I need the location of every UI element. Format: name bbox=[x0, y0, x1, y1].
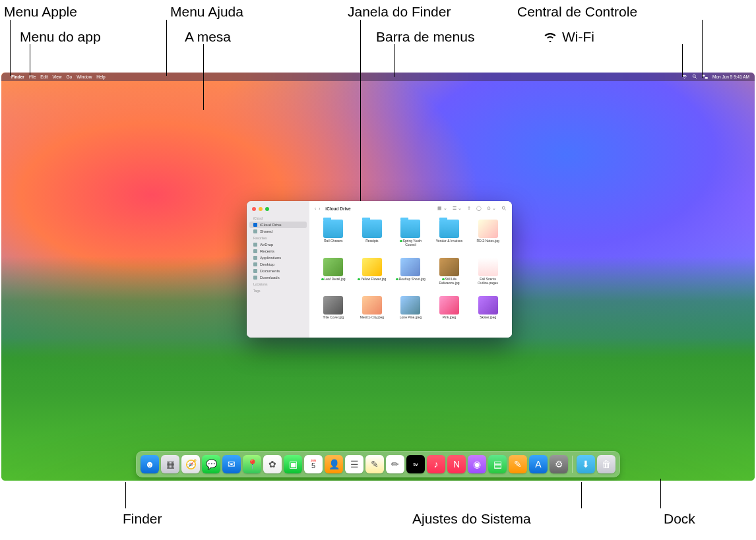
menu-view[interactable]: View bbox=[53, 75, 62, 79]
dock-calendar-icon[interactable]: JUN5 bbox=[304, 455, 323, 473]
sidebar-item-label: Desktop bbox=[260, 262, 274, 266]
menu-edit[interactable]: Edit bbox=[40, 75, 47, 79]
app-menu[interactable]: Finder bbox=[11, 75, 24, 79]
sidebar-item[interactable]: Recents bbox=[247, 248, 309, 255]
callout-wifi: Wi-Fi bbox=[562, 29, 594, 45]
sidebar-item-icon bbox=[253, 229, 257, 233]
zoom-button[interactable] bbox=[265, 207, 269, 211]
finder-main: ‹ › iCloud Drive ▦ ⌄ ☰ ⌄ ⇧ ◯ ⊙ ⌄ Rail Ch… bbox=[309, 201, 512, 338]
folder-icon bbox=[362, 220, 382, 238]
file-thumbnail bbox=[478, 220, 498, 238]
sidebar-item[interactable]: Shared bbox=[247, 228, 309, 235]
sidebar-item-label: Documents bbox=[260, 269, 280, 273]
view-icons-button[interactable]: ▦ ⌄ bbox=[437, 206, 447, 211]
callout-help-menu: Menu Ajuda bbox=[170, 4, 243, 20]
sidebar-item[interactable]: Desktop bbox=[247, 261, 309, 268]
dock-safari-icon[interactable]: 🧭 bbox=[181, 455, 200, 473]
file-item[interactable]: Fall Scents Outline.pages bbox=[470, 258, 505, 293]
dock-contacts-icon[interactable]: 👤 bbox=[325, 455, 343, 473]
dock-reminders-icon[interactable]: ☰ bbox=[345, 455, 363, 473]
dock-numbers-icon[interactable]: ▤ bbox=[488, 455, 507, 473]
sidebar-item[interactable]: Documents bbox=[247, 268, 309, 274]
dock-tv-icon[interactable]: tv bbox=[406, 455, 425, 473]
callouts-bottom: Finder Ajustes do Sistema Dock bbox=[0, 481, 756, 540]
file-item[interactable]: Receipts bbox=[355, 220, 390, 255]
svg-point-0 bbox=[693, 75, 695, 77]
file-item[interactable]: Title Cover.jpg bbox=[316, 296, 351, 332]
forward-button[interactable]: › bbox=[319, 206, 320, 211]
dock-music-icon[interactable]: ♪ bbox=[427, 455, 445, 473]
file-thumbnail bbox=[400, 296, 420, 315]
file-thumbnail bbox=[439, 296, 459, 315]
file-thumbnail bbox=[478, 258, 498, 276]
dock-maps-icon[interactable]: 📍 bbox=[243, 455, 261, 473]
back-button[interactable]: ‹ bbox=[315, 206, 316, 211]
group-button[interactable]: ☰ ⌄ bbox=[453, 206, 462, 211]
file-item[interactable]: Spring Youth Council bbox=[393, 220, 428, 255]
sidebar-section-header: iCloud bbox=[247, 215, 309, 222]
dock-downloads-icon[interactable]: ⬇ bbox=[577, 455, 595, 473]
file-item[interactable]: Rail Chasers bbox=[316, 220, 351, 255]
file-label: Title Cover.jpg bbox=[323, 316, 344, 320]
menu-help[interactable]: Help bbox=[96, 75, 105, 79]
file-item[interactable]: Skater.jpeg bbox=[470, 296, 505, 332]
file-item[interactable]: Lone Pine.jpeg bbox=[393, 296, 428, 332]
dock-messages-icon[interactable]: 💬 bbox=[202, 455, 220, 473]
menu-go[interactable]: Go bbox=[67, 75, 73, 79]
close-button[interactable] bbox=[252, 207, 256, 211]
search-button[interactable] bbox=[501, 206, 507, 212]
dock-facetime-icon[interactable]: ▣ bbox=[284, 455, 302, 473]
sidebar-item[interactable]: Downloads bbox=[247, 274, 309, 281]
dock-podcasts-icon[interactable]: ◉ bbox=[468, 455, 486, 473]
svg-rect-3 bbox=[705, 77, 708, 79]
file-item[interactable]: Leaf Detail.jpg bbox=[316, 258, 351, 293]
callout-menu-bar: Barra de menus bbox=[376, 29, 474, 45]
dock-mail-icon[interactable]: ✉ bbox=[222, 455, 241, 473]
dock-photos-icon[interactable]: ✿ bbox=[263, 455, 282, 473]
file-item[interactable]: RD.2-Notes.jpg bbox=[470, 220, 505, 255]
share-button[interactable]: ⇧ bbox=[467, 206, 471, 211]
sidebar-item-label: Shared bbox=[260, 229, 272, 233]
dock-finder-icon[interactable]: ☻ bbox=[141, 455, 159, 473]
control-center-icon[interactable] bbox=[702, 75, 708, 80]
file-label: Spring Youth Council bbox=[394, 239, 427, 247]
file-item[interactable]: Yellow Flower.jpg bbox=[355, 258, 390, 293]
clock[interactable]: Mon Jun 5 9:41 AM bbox=[712, 75, 749, 79]
dock-launchpad-icon[interactable]: ▦ bbox=[161, 455, 179, 473]
spotlight-icon[interactable] bbox=[692, 74, 697, 80]
file-thumbnail bbox=[362, 258, 382, 276]
sidebar-section-header: Favorites bbox=[247, 235, 309, 241]
menu-window[interactable]: Window bbox=[77, 75, 92, 79]
sidebar-item-icon bbox=[253, 276, 257, 280]
dock-notes-icon[interactable]: ✎ bbox=[365, 455, 384, 473]
sidebar-item[interactable]: iCloud Drive bbox=[249, 222, 307, 228]
dock-trash-icon[interactable]: 🗑 bbox=[597, 455, 615, 473]
dock-freeform-icon[interactable]: ✏ bbox=[386, 455, 404, 473]
sidebar-item-icon bbox=[253, 243, 257, 247]
sidebar-item-label: Downloads bbox=[260, 276, 280, 280]
sidebar-item-label: AirDrop bbox=[260, 243, 273, 247]
minimize-button[interactable] bbox=[259, 207, 263, 211]
finder-window[interactable]: iCloudiCloud DriveSharedFavoritesAirDrop… bbox=[247, 201, 512, 338]
file-thumbnail bbox=[323, 258, 343, 276]
sidebar-section-header: Locations bbox=[247, 281, 309, 287]
finder-toolbar: ‹ › iCloud Drive ▦ ⌄ ☰ ⌄ ⇧ ◯ ⊙ ⌄ bbox=[309, 201, 512, 216]
callout-finder: Finder bbox=[123, 511, 162, 527]
dock-pages-icon[interactable]: ✎ bbox=[509, 455, 527, 473]
file-thumbnail bbox=[439, 258, 459, 276]
file-item[interactable]: Mexico City.jpeg bbox=[355, 296, 390, 332]
dock-news-icon[interactable]: N bbox=[447, 455, 466, 473]
sidebar-item[interactable]: AirDrop bbox=[247, 241, 309, 248]
action-button[interactable]: ⊙ ⌄ bbox=[487, 206, 496, 211]
file-label: Leaf Detail.jpg bbox=[321, 278, 345, 282]
file-label: Rail Chasers bbox=[324, 239, 343, 243]
callout-dock: Dock bbox=[664, 511, 695, 527]
dock-settings-icon[interactable]: ⚙ bbox=[550, 455, 568, 473]
tag-button[interactable]: ◯ bbox=[476, 206, 482, 211]
file-item[interactable]: Pink.jpeg bbox=[432, 296, 467, 332]
dock-appstore-icon[interactable]: A bbox=[529, 455, 548, 473]
file-item[interactable]: Vendor & Invoices bbox=[432, 220, 467, 255]
file-item[interactable]: Rooftop Shoot.jpg bbox=[393, 258, 428, 293]
file-item[interactable]: Still Life Reference.jpg bbox=[432, 258, 467, 293]
sidebar-item[interactable]: Applications bbox=[247, 255, 309, 261]
